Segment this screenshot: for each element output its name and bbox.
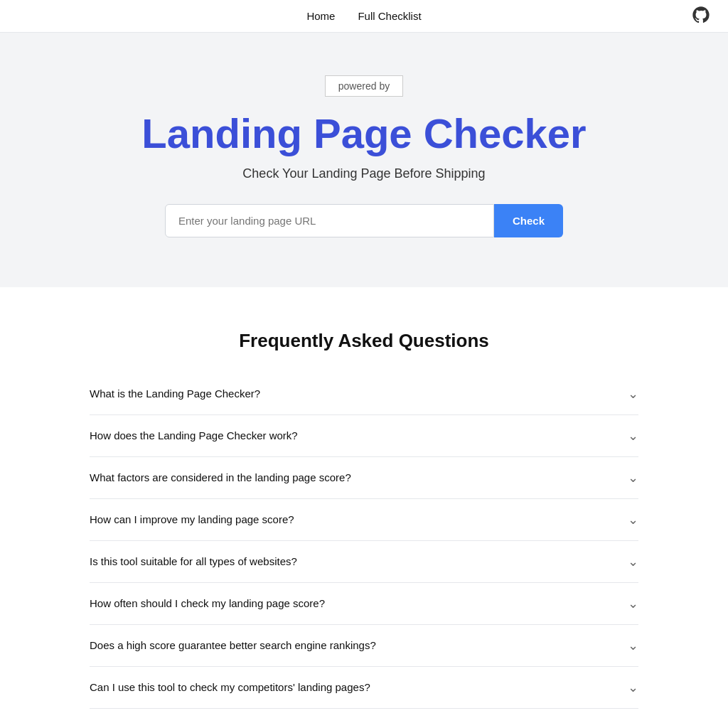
chevron-down-icon: ⌄: [628, 386, 638, 402]
chevron-down-icon: ⌄: [628, 638, 638, 653]
faq-list: What is the Landing Page Checker? ⌄ How …: [90, 373, 638, 709]
chevron-down-icon: ⌄: [628, 512, 638, 528]
chevron-down-icon: ⌄: [628, 554, 638, 569]
chevron-down-icon: ⌄: [628, 680, 638, 695]
faq-question: What is the Landing Page Checker?: [90, 387, 260, 400]
faq-item[interactable]: How does the Landing Page Checker work? …: [90, 415, 638, 457]
faq-item[interactable]: How often should I check my landing page…: [90, 583, 638, 625]
nav-checklist[interactable]: Full Checklist: [358, 10, 421, 22]
url-input[interactable]: [165, 204, 494, 237]
hero-subtitle: Check Your Landing Page Before Shipping: [17, 166, 711, 181]
faq-section: Frequently Asked Questions What is the L…: [73, 287, 655, 728]
faq-question: What factors are considered in the landi…: [90, 471, 351, 483]
hero-section: powered by Landing Page Checker Check Yo…: [0, 33, 728, 287]
nav-home[interactable]: Home: [306, 10, 335, 22]
faq-item[interactable]: Is this tool suitable for all types of w…: [90, 541, 638, 583]
github-icon[interactable]: [691, 5, 711, 28]
search-row: Check: [165, 204, 563, 237]
check-button[interactable]: Check: [494, 204, 563, 237]
faq-question: How can I improve my landing page score?: [90, 513, 294, 525]
faq-item[interactable]: Does a high score guarantee better searc…: [90, 625, 638, 667]
faq-question: How does the Landing Page Checker work?: [90, 429, 298, 441]
chevron-down-icon: ⌄: [628, 470, 638, 486]
faq-question: Does a high score guarantee better searc…: [90, 639, 376, 651]
faq-item[interactable]: What factors are considered in the landi…: [90, 457, 638, 499]
faq-title: Frequently Asked Questions: [90, 330, 638, 352]
chevron-down-icon: ⌄: [628, 428, 638, 444]
faq-item[interactable]: How can I improve my landing page score?…: [90, 499, 638, 541]
hero-title: Landing Page Checker: [17, 111, 711, 156]
chevron-down-icon: ⌄: [628, 596, 638, 611]
faq-item[interactable]: Can I use this tool to check my competit…: [90, 667, 638, 709]
faq-question: Can I use this tool to check my competit…: [90, 681, 370, 693]
faq-question: How often should I check my landing page…: [90, 597, 325, 609]
powered-by-badge: powered by: [325, 75, 403, 97]
faq-question: Is this tool suitable for all types of w…: [90, 555, 297, 567]
faq-item[interactable]: What is the Landing Page Checker? ⌄: [90, 373, 638, 415]
navbar: Home Full Checklist: [0, 0, 728, 33]
